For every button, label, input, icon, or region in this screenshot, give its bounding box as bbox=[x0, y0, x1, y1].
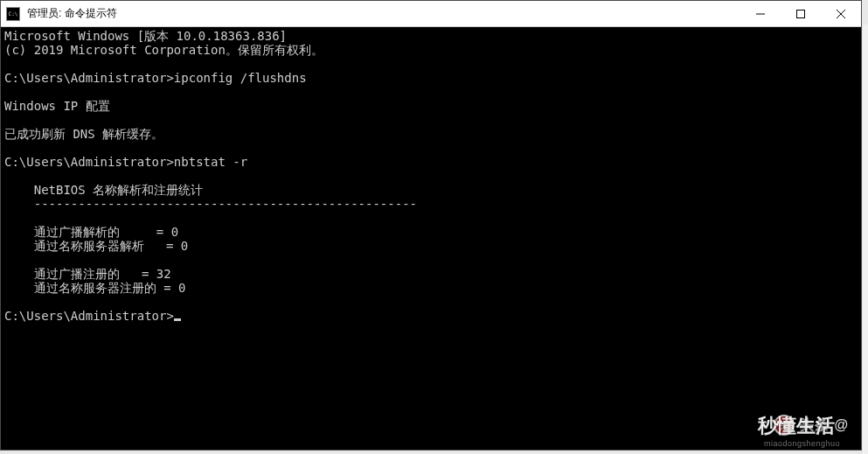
maximize-button[interactable] bbox=[781, 1, 821, 26]
window-title: 管理员: 命令提示符 bbox=[25, 6, 740, 21]
close-icon bbox=[837, 10, 845, 18]
page-right-edge bbox=[863, 24, 868, 454]
terminal-output[interactable]: Microsoft Windows [版本 10.0.18363.836] (c… bbox=[1, 27, 861, 450]
close-button[interactable] bbox=[821, 1, 861, 26]
minimize-button[interactable] bbox=[740, 1, 781, 26]
cmd-window: 管理员: 命令提示符 Microsoft Windows [版本 10.0.18… bbox=[0, 0, 862, 451]
app-icon bbox=[6, 7, 20, 21]
titlebar[interactable]: 管理员: 命令提示符 bbox=[1, 1, 861, 27]
maximize-icon bbox=[796, 10, 805, 18]
cursor bbox=[174, 318, 181, 321]
window-controls bbox=[740, 1, 861, 26]
svg-rect-1 bbox=[797, 10, 805, 17]
minimize-icon bbox=[756, 10, 765, 18]
